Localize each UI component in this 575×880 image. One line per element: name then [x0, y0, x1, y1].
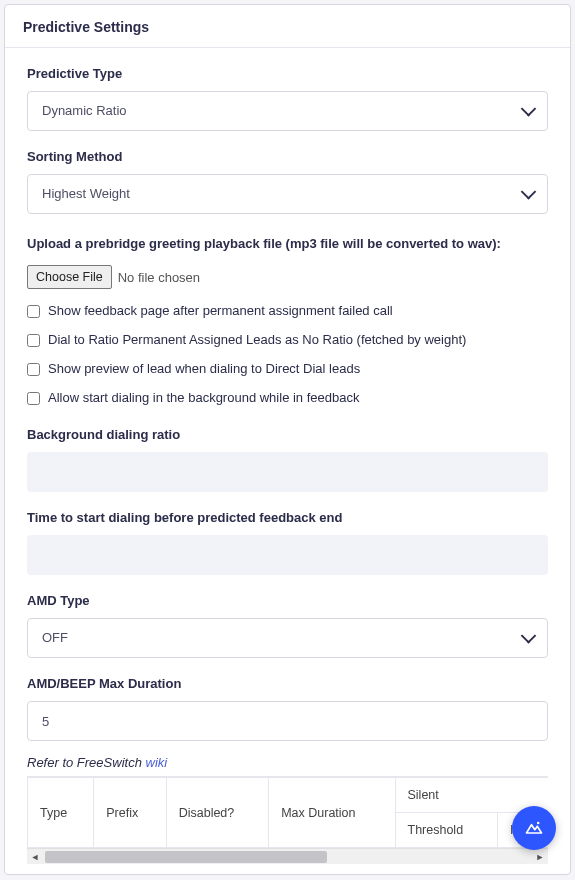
checkbox-preview-lead[interactable]: [27, 363, 40, 376]
file-row: Choose File No file chosen: [27, 265, 548, 289]
panel-title: Predictive Settings: [23, 19, 552, 35]
checkbox-row-3: Allow start dialing in the background wh…: [27, 390, 548, 405]
sorting-method-label: Sorting Method: [27, 149, 548, 164]
amd-type-select[interactable]: OFF: [27, 618, 548, 658]
checkbox-row-0: Show feedback page after permanent assig…: [27, 303, 548, 318]
checkbox-dial-ratio[interactable]: [27, 334, 40, 347]
help-fab-button[interactable]: [512, 806, 556, 850]
checkbox-row-2: Show preview of lead when dialing to Dir…: [27, 361, 548, 376]
amd-type-select-wrap: OFF: [27, 618, 548, 658]
predictive-type-label: Predictive Type: [27, 66, 548, 81]
panel-header: Predictive Settings: [5, 5, 570, 48]
th-type: Type: [28, 778, 94, 848]
checkbox-feedback-page[interactable]: [27, 305, 40, 318]
time-start-label: Time to start dialing before predicted f…: [27, 510, 548, 525]
checkbox-label-3[interactable]: Allow start dialing in the background wh…: [48, 390, 359, 405]
amd-max-input[interactable]: [27, 701, 548, 741]
amd-max-label: AMD/BEEP Max Duration: [27, 676, 548, 691]
sorting-method-select[interactable]: Highest Weight: [27, 174, 548, 214]
th-disabled: Disabled?: [166, 778, 268, 848]
params-table: Type Prefix Disabled? Max Duration Silen…: [27, 777, 548, 848]
horizontal-scrollbar[interactable]: ◄ ►: [27, 848, 548, 864]
predictive-type-select[interactable]: Dynamic Ratio: [27, 91, 548, 131]
checkbox-allow-bg-dial[interactable]: [27, 392, 40, 405]
checkbox-label-0[interactable]: Show feedback page after permanent assig…: [48, 303, 393, 318]
time-start-input: [27, 535, 548, 575]
amd-type-label: AMD Type: [27, 593, 548, 608]
upload-label: Upload a prebridge greeting playback fil…: [27, 236, 548, 251]
predictive-type-select-wrap: Dynamic Ratio: [27, 91, 548, 131]
refer-line: Refer to FreeSwitch wiki: [27, 755, 548, 770]
checkbox-row-1: Dial to Ratio Permanent Assigned Leads a…: [27, 332, 548, 347]
bg-ratio-input: [27, 452, 548, 492]
scroll-left-arrow-icon[interactable]: ◄: [27, 849, 43, 865]
th-max-duration: Max Duration: [269, 778, 395, 848]
table-scroll[interactable]: Type Prefix Disabled? Max Duration Silen…: [27, 776, 548, 848]
scroll-right-arrow-icon[interactable]: ►: [532, 849, 548, 865]
mountains-icon: [524, 818, 544, 838]
scrollbar-thumb[interactable]: [45, 851, 327, 863]
checkbox-label-1[interactable]: Dial to Ratio Permanent Assigned Leads a…: [48, 332, 466, 347]
file-status: No file chosen: [118, 270, 200, 285]
refer-prefix: Refer to FreeSwitch: [27, 755, 146, 770]
th-threshold: Threshold: [395, 813, 497, 848]
svg-point-0: [537, 822, 540, 825]
sorting-method-select-wrap: Highest Weight: [27, 174, 548, 214]
bg-ratio-label: Background dialing ratio: [27, 427, 548, 442]
settings-panel: Predictive Settings Predictive Type Dyna…: [4, 4, 571, 875]
panel-body: Predictive Type Dynamic Ratio Sorting Me…: [5, 48, 570, 874]
checkbox-label-2[interactable]: Show preview of lead when dialing to Dir…: [48, 361, 360, 376]
choose-file-button[interactable]: Choose File: [27, 265, 112, 289]
wiki-link[interactable]: wiki: [146, 755, 168, 770]
th-prefix: Prefix: [94, 778, 166, 848]
